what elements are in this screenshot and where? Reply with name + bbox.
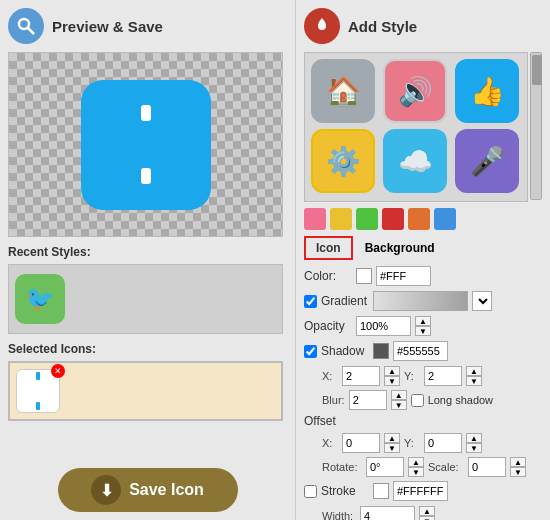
scrollbar-thumb: [532, 55, 542, 85]
opacity-spinner[interactable]: ▲ ▼: [415, 316, 431, 336]
preview-area: [8, 52, 283, 237]
offset-label: Offset: [304, 414, 352, 428]
gallery-item-house[interactable]: 🏠: [311, 59, 375, 123]
width-spinner[interactable]: ▲ ▼: [419, 506, 435, 520]
icon-gallery[interactable]: 🏠 🔊 👍 ⚙️ ☁️ 🎤: [304, 52, 528, 202]
gallery-scrollbar[interactable]: [530, 52, 542, 200]
gradient-label: Gradient: [321, 294, 369, 308]
spinner-down[interactable]: ▼: [466, 376, 482, 386]
color-preview-box[interactable]: [356, 268, 372, 284]
shadow-label: Shadow: [321, 344, 369, 358]
offset-y-spinner[interactable]: ▲ ▼: [466, 433, 482, 453]
stroke-label: Stroke: [321, 484, 369, 498]
right-panel-title: Add Style: [348, 18, 417, 35]
spinner-down[interactable]: ▼: [384, 376, 400, 386]
offset-x-input[interactable]: [342, 433, 380, 453]
grid-cell-small: [36, 372, 40, 380]
spinner-up[interactable]: ▲: [419, 506, 435, 516]
opacity-input[interactable]: [356, 316, 411, 336]
save-button[interactable]: ⬇ Save Icon: [58, 468, 238, 512]
selected-icons-label: Selected Icons:: [8, 342, 287, 356]
spinner-down[interactable]: ▼: [384, 443, 400, 453]
color-input[interactable]: [376, 266, 431, 286]
recent-styles-label: Recent Styles:: [8, 245, 287, 259]
remove-badge[interactable]: ✕: [51, 364, 65, 378]
spinner-down[interactable]: ▼: [510, 467, 526, 477]
spinner-down[interactable]: ▼: [419, 516, 435, 520]
offset-xy-row: X: ▲ ▼ Y: ▲ ▼: [304, 433, 542, 453]
opacity-row: Opacity ▲ ▼: [304, 316, 542, 336]
left-panel: Preview & Save Recent Styles: 🐦: [0, 0, 295, 520]
scale-input[interactable]: [468, 457, 506, 477]
offset-y-label: Y:: [404, 437, 420, 449]
swatch-orange[interactable]: [408, 208, 430, 230]
gradient-row: Gradient: [304, 291, 542, 311]
svg-line-1: [28, 28, 34, 34]
spinner-up[interactable]: ▲: [466, 433, 482, 443]
stroke-color-input[interactable]: [393, 481, 448, 501]
gradient-checkbox[interactable]: [304, 295, 317, 308]
spinner-up[interactable]: ▲: [391, 390, 407, 400]
spinner-down[interactable]: ▼: [391, 400, 407, 410]
recent-styles-area: 🐦: [8, 264, 283, 334]
spinner-up[interactable]: ▲: [466, 366, 482, 376]
shadow-color-box[interactable]: [373, 343, 389, 359]
shadow-x-spinner[interactable]: ▲ ▼: [384, 366, 400, 386]
gallery-item-audio[interactable]: 🔊: [383, 59, 447, 123]
selected-icon-thumb[interactable]: ✕: [16, 369, 60, 413]
style-thumb[interactable]: 🐦: [15, 274, 65, 324]
tab-background[interactable]: Background: [353, 236, 447, 260]
gallery-item-gear[interactable]: ⚙️: [311, 129, 375, 193]
shadow-color-input[interactable]: [393, 341, 448, 361]
shadow-x-input[interactable]: [342, 366, 380, 386]
spinner-up[interactable]: ▲: [384, 366, 400, 376]
blur-label: Blur:: [322, 394, 345, 406]
spinner-down[interactable]: ▼: [466, 443, 482, 453]
swatch-green[interactable]: [356, 208, 378, 230]
rotate-spinner[interactable]: ▲ ▼: [408, 457, 424, 477]
spinner-down[interactable]: ▼: [415, 326, 431, 336]
long-shadow-checkbox[interactable]: [411, 394, 424, 407]
spinner-down[interactable]: ▼: [408, 467, 424, 477]
grid-cell: [141, 105, 151, 121]
rotate-scale-row: Rotate: ▲ ▼ Scale: ▲ ▼: [304, 457, 542, 477]
selected-icons-area: ✕: [8, 361, 283, 421]
blur-row: Blur: ▲ ▼ Long shadow: [304, 390, 542, 410]
save-icon: ⬇: [91, 475, 121, 505]
rotate-input[interactable]: [366, 457, 404, 477]
stroke-row: Stroke: [304, 481, 542, 501]
spinner-up[interactable]: ▲: [384, 433, 400, 443]
blur-spinner[interactable]: ▲ ▼: [391, 390, 407, 410]
gradient-select[interactable]: [472, 291, 492, 311]
shadow-y-input[interactable]: [424, 366, 462, 386]
swatch-blue[interactable]: [434, 208, 456, 230]
offset-x-spinner[interactable]: ▲ ▼: [384, 433, 400, 453]
shadow-x-label: X:: [322, 370, 338, 382]
gallery-item-cloud[interactable]: ☁️: [383, 129, 447, 193]
swatch-pink[interactable]: [304, 208, 326, 230]
shadow-checkbox[interactable]: [304, 345, 317, 358]
scale-spinner[interactable]: ▲ ▼: [510, 457, 526, 477]
swatch-red[interactable]: [382, 208, 404, 230]
tab-icon[interactable]: Icon: [304, 236, 353, 260]
offset-y-input[interactable]: [424, 433, 462, 453]
blur-input[interactable]: [349, 390, 387, 410]
gallery-item-mic[interactable]: 🎤: [455, 129, 519, 193]
right-panel: Add Style 🏠 🔊 👍 ⚙️ ☁️ 🎤: [295, 0, 550, 520]
color-swatches: [304, 208, 542, 230]
opacity-label: Opacity: [304, 319, 352, 333]
preview-icon-grid: [129, 93, 163, 196]
rotate-label: Rotate:: [322, 461, 362, 473]
offset-x-label: X:: [322, 437, 338, 449]
gradient-color-box[interactable]: [373, 291, 468, 311]
gallery-item-thumbsup[interactable]: 👍: [455, 59, 519, 123]
swatch-yellow[interactable]: [330, 208, 352, 230]
shadow-y-spinner[interactable]: ▲ ▼: [466, 366, 482, 386]
spinner-up[interactable]: ▲: [408, 457, 424, 467]
long-shadow-label: Long shadow: [428, 394, 493, 406]
stroke-color-box[interactable]: [373, 483, 389, 499]
width-input[interactable]: [360, 506, 415, 520]
spinner-up[interactable]: ▲: [415, 316, 431, 326]
spinner-up[interactable]: ▲: [510, 457, 526, 467]
stroke-checkbox[interactable]: [304, 485, 317, 498]
